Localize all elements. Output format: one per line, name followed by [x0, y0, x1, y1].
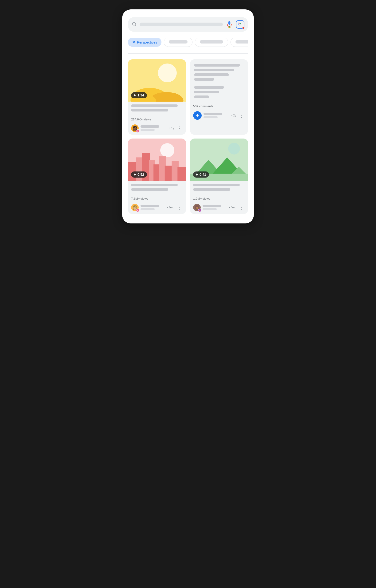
author-sub-2 — [204, 116, 218, 118]
cards-grid: 1:34 234.6K+ views 👩🏾 ♥ • 1y — [128, 59, 248, 214]
article-line-6 — [194, 91, 219, 93]
play-icon-4 — [196, 173, 198, 176]
card-3-body — [128, 181, 186, 196]
article-line-1 — [194, 64, 240, 66]
author-sub-3 — [141, 208, 155, 210]
view-count-4: 1.9M+ views — [193, 197, 210, 200]
lens-dot — [242, 27, 244, 29]
search-input[interactable] — [140, 22, 223, 26]
author-sub-1 — [141, 129, 155, 131]
title-line-3a — [131, 184, 178, 186]
chip-filter-4[interactable] — [230, 38, 248, 47]
comment-count-2: 50+ comments — [193, 104, 213, 108]
card-2[interactable]: 50+ comments ✦ • 2y ⋮ — [190, 59, 248, 135]
search-icon — [132, 21, 137, 28]
svg-line-1 — [135, 25, 136, 26]
card-3[interactable]: 0:52 7.8M+ views 👩🏼 ♥ • 3mo — [128, 139, 186, 214]
duration-text-4: 0:41 — [199, 173, 206, 176]
view-count-3: 7.8M+ views — [131, 197, 148, 200]
play-icon-1 — [134, 94, 136, 96]
chip-label: Perspectives — [137, 40, 157, 44]
chip-filter-2[interactable] — [164, 38, 192, 47]
duration-badge-3: 0:52 — [131, 171, 147, 178]
svg-rect-2 — [229, 21, 230, 25]
article-line-2 — [194, 69, 234, 71]
filter-row: ✕ Perspectives — [128, 38, 248, 47]
view-count-1: 234.6K+ views — [131, 118, 151, 121]
post-time-2: • 2y — [231, 114, 236, 117]
avatar-1: 👩🏾 ♥ — [131, 124, 139, 132]
article-line-7 — [194, 96, 209, 98]
article-line-3 — [194, 73, 229, 76]
mic-icon[interactable] — [226, 21, 233, 28]
duration-text-3: 0:52 — [137, 173, 144, 176]
chip-placeholder-1 — [169, 40, 188, 43]
card-1-author: 👩🏾 ♥ • 1y ⋮ — [128, 123, 186, 135]
heart-badge-3: ♥ — [136, 209, 139, 212]
more-menu-2[interactable]: ⋮ — [238, 113, 245, 118]
card-4-body — [190, 181, 248, 196]
duration-text-1: 1:34 — [137, 93, 144, 97]
title-line-3b — [131, 188, 168, 191]
card-1[interactable]: 1:34 234.6K+ views 👩🏾 ♥ • 1y — [128, 59, 186, 135]
more-menu-3[interactable]: ⋮ — [176, 205, 183, 210]
card-2-author: ✦ • 2y ⋮ — [190, 109, 248, 123]
author-info-3 — [141, 205, 165, 210]
post-time-1: • 1y — [169, 127, 174, 130]
avatar-2: ✦ — [193, 111, 202, 120]
title-line-4b — [193, 188, 230, 191]
author-info-2 — [204, 113, 230, 118]
avatar-4: 🐻 ⚡ — [193, 204, 201, 211]
article-line-5 — [194, 86, 224, 89]
card-1-body — [128, 102, 186, 117]
heart-badge-1: ♥ — [136, 129, 139, 133]
card-2-stats: 50+ comments — [190, 104, 248, 109]
author-name-1 — [141, 125, 159, 128]
author-name-4 — [203, 205, 221, 207]
card-1-stats: 234.6K+ views — [128, 117, 186, 123]
avatar-3: 👩🏼 ♥ — [131, 204, 139, 211]
chip-perspectives[interactable]: ✕ Perspectives — [128, 38, 161, 47]
duration-badge-1: 1:34 — [131, 92, 147, 98]
lightning-badge-4: ⚡ — [198, 209, 201, 212]
card-3-stats: 7.8M+ views — [128, 196, 186, 202]
card-4[interactable]: 0:41 1.9M+ views 🐻 ⚡ • 4mo ⋮ — [190, 139, 248, 214]
svg-rect-15 — [165, 166, 173, 181]
title-line-1 — [131, 104, 178, 107]
more-menu-1[interactable]: ⋮ — [176, 125, 183, 131]
phone-container: ✕ Perspectives — [122, 10, 254, 224]
title-line-4a — [193, 184, 240, 186]
chip-placeholder-2 — [200, 40, 223, 43]
duration-badge-4: 0:41 — [193, 171, 209, 178]
more-menu-4[interactable]: ⋮ — [238, 205, 245, 210]
lens-icon[interactable] — [236, 20, 244, 29]
author-info-1 — [141, 125, 167, 131]
chip-filter-3[interactable] — [195, 38, 228, 47]
card-4-thumbnail: 0:41 — [190, 139, 248, 181]
sun-illustration — [158, 64, 177, 82]
post-time-4: • 4mo — [229, 206, 236, 209]
play-icon-3 — [134, 173, 136, 176]
article-line-4 — [194, 78, 214, 81]
card-1-thumbnail: 1:34 — [128, 59, 186, 102]
divider — [128, 53, 248, 54]
close-icon: ✕ — [132, 40, 135, 44]
author-sub-4 — [203, 208, 217, 210]
svg-rect-17 — [178, 167, 186, 181]
card-4-author: 🐻 ⚡ • 4mo ⋮ — [190, 202, 248, 214]
chip-placeholder-3 — [235, 40, 248, 43]
author-name-3 — [141, 205, 159, 207]
card-3-author: 👩🏼 ♥ • 3mo ⋮ — [128, 202, 186, 214]
card-2-body — [190, 59, 248, 104]
author-name-2 — [204, 113, 222, 115]
post-time-3: • 3mo — [167, 206, 174, 209]
card-3-thumbnail: 0:52 — [128, 139, 186, 181]
star-icon: ✦ — [196, 113, 199, 118]
author-info-4 — [203, 205, 227, 210]
card-4-stats: 1.9M+ views — [190, 196, 248, 202]
title-line-2 — [131, 109, 168, 111]
search-bar[interactable] — [128, 17, 248, 32]
